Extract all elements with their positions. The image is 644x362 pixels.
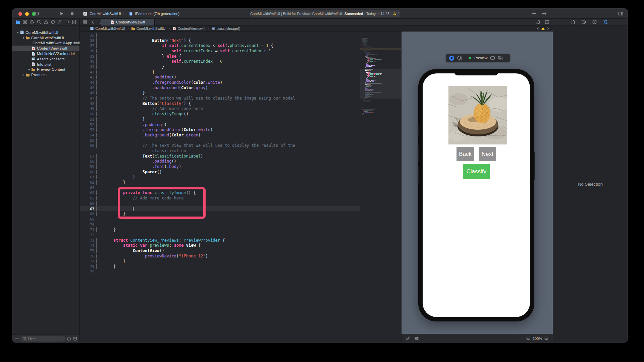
navigator-item[interactable]: ▸Preview Content [12,67,79,72]
navigator-item[interactable]: ContentView.swift [12,46,79,51]
previous-issue-icon[interactable] [536,26,540,31]
navigator-item[interactable]: ▾CoreMLwithSwiftUI [12,30,79,35]
run-button[interactable] [59,11,64,16]
breadcrumb-item[interactable]: CoreMLwithSwiftUI [131,26,166,31]
code-line[interactable]: 59 .font(.body) [80,164,360,169]
code-line[interactable]: 66 [80,201,360,206]
code-line[interactable]: 50 classifyImage() [80,111,360,117]
attributes-inspector-icon[interactable] [603,19,608,24]
quick-help-inspector-icon[interactable]: ? [592,19,597,24]
minimap[interactable] [360,32,401,343]
code-line[interactable]: 41 } [80,64,360,69]
back-button[interactable]: Back [457,147,474,161]
code-line[interactable]: 57 Text(classificationLabel) [80,154,360,159]
disclosure-right-icon[interactable]: ▸ [21,73,25,76]
warning-icon[interactable] [393,12,396,16]
breakpoint-navigator-icon[interactable] [64,19,69,24]
close-window-button[interactable] [18,12,22,16]
code-line[interactable]: 38 self.currentIndex = self.currentIndex… [80,48,360,54]
code-line[interactable]: 78} [80,264,360,269]
filter-input[interactable]: Filter [21,336,65,342]
history-inspector-icon[interactable] [581,19,586,24]
library-add-icon[interactable] [532,11,537,16]
navigator-item[interactable]: ▸Products [12,72,79,77]
code-line[interactable]: 64 private func classifyImage() { [80,190,360,196]
zoom-out-icon[interactable] [526,336,531,341]
code-line[interactable]: 54 .background(Color.green) [80,132,360,138]
report-navigator-icon[interactable] [71,19,76,24]
breadcrumb-item[interactable]: ContentView.swift [172,26,206,31]
code-line[interactable]: 39 } else { [80,54,360,59]
code-line[interactable]: 65 // Add more code here [80,195,360,201]
scheme-selector[interactable]: CoreMLwithSwiftUI 〉 iPod touch (7th gene… [83,9,179,18]
code-line[interactable]: 76 .previewDevice("iPhone 12") [80,253,360,259]
project-navigator-icon[interactable] [15,19,20,24]
scheme-name[interactable]: CoreMLwithSwiftUI [90,12,121,16]
canvas-settings-icon[interactable] [414,336,419,341]
code-line[interactable]: classification [80,148,360,154]
code-line[interactable]: 36 Button("Next") { [80,38,360,43]
code-editor[interactable]: 3536 Button("Next") {37 if self.currentI… [80,32,360,343]
code-line[interactable]: 68 } [80,211,360,217]
toggle-navigator-icon[interactable] [34,11,39,16]
code-line[interactable]: 46 } [80,90,360,96]
pin-preview-icon[interactable] [406,336,410,341]
code-line[interactable]: 35 [80,33,360,38]
code-line[interactable]: 71} [80,227,360,232]
symbol-navigator-icon[interactable] [30,19,35,24]
code-line[interactable]: 52 .padding() [80,122,360,127]
navigator-item[interactable]: Assets.xcassets [12,56,79,62]
code-line[interactable]: 58 .padding() [80,159,360,164]
navigator-item[interactable]: ▾CoreMLwithSwiftUI [12,35,79,41]
breadcrumb-item[interactable]: CoreMLwithSwiftUI [90,26,125,31]
test-navigator-icon[interactable] [50,19,55,24]
issue-navigator-icon[interactable] [44,19,49,24]
code-line[interactable]: 63 [80,185,360,190]
code-line[interactable]: 72 [80,232,360,238]
navigator-item[interactable]: CoreMLwithSwiftUIApp.swift [12,41,79,46]
code-line[interactable]: 77 } [80,259,360,264]
disclosure-down-icon[interactable]: ▾ [21,36,25,40]
code-line[interactable]: 74 static var previews: some View { [80,243,360,248]
code-line[interactable]: 75 ContentView() [80,248,360,253]
toggle-inspector-icon[interactable] [618,11,623,16]
editor-overview-icon[interactable] [83,20,87,24]
code-line[interactable]: 69 [80,217,360,222]
editor-split-icon[interactable] [542,11,547,16]
recent-files-icon[interactable] [67,337,71,341]
next-button[interactable]: Next [479,147,496,161]
classify-button[interactable]: Classify [463,164,490,179]
disclosure-right-icon[interactable]: ▸ [27,68,31,71]
debug-navigator-icon[interactable] [57,19,62,24]
back-chevron-icon[interactable] [91,20,95,24]
file-inspector-icon[interactable] [571,19,576,24]
stop-button[interactable] [70,11,75,16]
next-issue-icon[interactable] [546,26,550,31]
preview-on-device-icon[interactable] [490,56,495,61]
code-line[interactable]: 49 // Add more code here [80,106,360,112]
code-line[interactable]: 37 if self.currentIndex < self.photos.co… [80,43,360,48]
live-preview-icon[interactable] [449,55,454,61]
tab-contentview[interactable]: ContentView.swift [101,19,155,25]
add-editor-icon[interactable] [545,20,549,24]
code-line[interactable]: 73struct ContentView_Previews: PreviewPr… [80,238,360,243]
minimize-window-button[interactable] [25,12,29,16]
code-line[interactable]: 55 [80,138,360,143]
code-line[interactable]: 45 .background(Color.gray) [80,85,360,90]
editor-options-icon[interactable] [535,20,540,24]
code-line[interactable]: 62 } [80,180,360,185]
source-control-navigator-icon[interactable] [22,19,28,24]
code-line[interactable]: 60 Spacer() [80,169,360,175]
breadcrumb-item[interactable]: MclassifyImage() [211,26,240,31]
code-line[interactable]: 79 [80,269,360,275]
navigator-item[interactable]: Info.plist [12,62,79,67]
run-destination-name[interactable]: iPod touch (7th generation) [135,12,180,16]
code-line[interactable]: 40 self.currentIndex = 0 [80,59,360,64]
code-line[interactable]: 53 .foregroundColor(Color.white) [80,127,360,132]
zoom-in-icon[interactable] [544,336,549,341]
code-line[interactable]: 48 Button("Classify") { [80,101,360,106]
code-line[interactable]: 42 } [80,69,360,75]
duplicate-preview-icon[interactable] [498,56,503,61]
code-line[interactable]: 67 [80,206,360,212]
code-line[interactable]: 61 } [80,175,360,180]
